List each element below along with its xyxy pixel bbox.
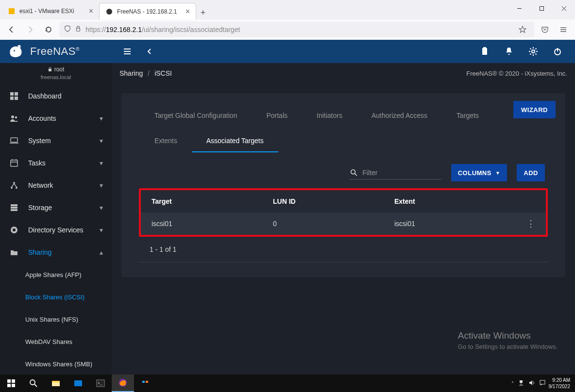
tab-target-global-config[interactable]: Target Global Configuration [140,107,252,127]
window-minimize-button[interactable] [508,0,530,16]
svg-point-34 [16,187,17,189]
table-toolbar: COLUMNS▼ ADD [139,164,548,188]
taskbar: >_ ˄ 9:20 AM 9/17/2022 [0,375,575,392]
sidebar-item-nfs[interactable]: Unix Shares (NFS) [0,308,112,330]
pocket-icon[interactable] [537,22,553,37]
svg-rect-19 [49,69,51,71]
gear-icon[interactable] [524,43,542,60]
collapse-sidebar-button[interactable] [140,42,159,61]
tab-close-icon[interactable]: × [89,7,93,16]
sidebar-item-dashboard[interactable]: Dashboard [0,85,112,107]
menu-icon[interactable] [556,22,571,37]
chevron-down-icon: ▾ [100,114,103,122]
tab-targets[interactable]: Targets [442,107,493,127]
table-header: Target LUN ID Extent [141,190,546,212]
sidebar-item-sharing[interactable]: Sharing ▴ [0,241,112,263]
tab-close-icon[interactable]: × [186,7,190,16]
svg-rect-20 [10,92,14,96]
svg-point-16 [532,50,535,53]
browser-tab-esxi[interactable]: esxi1 - VMware ESXi × [2,3,99,19]
nav-forward-button[interactable] [22,22,38,37]
svg-rect-36 [11,207,17,209]
laptop-icon [9,136,19,145]
taskbar-explorer-icon[interactable] [45,375,67,392]
browser-tab-freenas[interactable]: FreeNAS - 192.168.2.1 × [99,3,196,19]
url-bar[interactable]: https://192.168.2.1/ui/sharing/iscsi/ass… [59,22,534,37]
tab-strip: esxi1 - VMware ESXi × FreeNAS - 192.168.… [0,0,575,19]
th-target[interactable]: Target [141,197,262,205]
menu-toggle-button[interactable] [118,42,137,61]
app-header: FreeNAS® [0,40,575,63]
sidebar: root freenas.local Dashboard Accounts ▾ … [0,63,112,375]
add-button[interactable]: ADD [517,164,545,181]
taskbar-app-icon[interactable] [67,375,89,392]
tabs-row-1: Target Global Configuration Portals Init… [132,103,555,127]
start-button[interactable] [0,375,22,392]
logo[interactable]: FreeNAS® [0,40,112,63]
nav-reload-button[interactable] [41,22,56,37]
taskbar-vmrc-icon[interactable] [134,375,156,392]
user-info: root freenas.local [0,63,112,85]
clipboard-icon[interactable] [476,43,493,60]
svg-rect-35 [11,204,17,206]
tray-notifications-icon[interactable] [539,379,546,387]
sidebar-item-smb[interactable]: Windows Shares (SMB) [0,353,112,375]
filter-input[interactable] [362,169,440,177]
breadcrumb-a[interactable]: Sharing [119,69,143,77]
svg-point-33 [11,187,13,189]
taskbar-firefox-icon[interactable] [112,375,134,392]
tab-extents[interactable]: Extents [140,132,192,152]
svg-point-32 [13,182,15,184]
sidebar-item-iscsi[interactable]: Block Shares (iSCSI) [0,286,112,308]
window-close-button[interactable] [553,0,575,16]
sidebar-item-storage[interactable]: Storage ▾ [0,196,112,219]
tray-chevron-up-icon[interactable]: ˄ [511,381,514,386]
sidebar-item-directory-services[interactable]: Directory Services ▾ [0,219,112,241]
url-text: https://192.168.2.1/ui/sharing/iscsi/ass… [85,26,512,33]
tab-favicon-esxi [8,7,16,15]
browser-chrome: esxi1 - VMware ESXi × FreeNAS - 192.168.… [0,0,575,40]
iscsi-card: WIZARD Target Global Configuration Porta… [121,93,565,277]
sidebar-item-accounts[interactable]: Accounts ▾ [0,107,112,130]
taskbar-terminal-icon[interactable]: >_ [89,375,112,392]
td-target: iscsi01 [141,220,262,228]
svg-rect-15 [483,47,486,49]
tab-initiators[interactable]: Initiators [302,107,357,127]
sidebar-item-webdav[interactable]: WebDAV Shares [0,330,112,353]
svg-rect-0 [9,8,15,14]
chevron-down-icon: ▾ [100,137,103,145]
row-more-icon[interactable]: ⋮ [526,219,535,229]
th-lun[interactable]: LUN ID [262,197,384,205]
bell-icon[interactable] [500,43,518,60]
taskbar-clock[interactable]: 9:20 AM 9/17/2022 [549,377,571,390]
power-icon[interactable] [549,43,566,60]
system-tray[interactable]: ˄ [511,379,546,387]
sidebar-item-network[interactable]: Network ▾ [0,174,112,196]
taskbar-search-icon[interactable] [22,375,45,392]
tray-volume-icon[interactable] [528,379,535,387]
tray-network-icon[interactable] [518,379,524,387]
sidebar-item-system[interactable]: System ▾ [0,130,112,152]
new-tab-button[interactable]: + [196,6,210,19]
wizard-button[interactable]: WIZARD [513,101,556,118]
sidebar-item-tasks[interactable]: Tasks ▾ [0,152,112,174]
svg-point-40 [351,169,355,174]
sidebar-item-afp[interactable]: Apple Shares (AFP) [0,263,112,286]
nav-back-button[interactable] [4,22,19,37]
columns-button[interactable]: COLUMNS▼ [451,164,507,181]
tab-favicon-freenas [105,8,113,16]
window-maximize-button[interactable] [530,0,553,16]
filter-input-wrap[interactable] [349,166,441,180]
th-extent[interactable]: Extent [384,197,512,205]
copyright-text: FreeNAS® © 2020 - iXsystems, Inc. [466,70,567,77]
app-root: FreeNAS® root freenas.local Dashboard [0,40,575,375]
tab-portals[interactable]: Portals [252,107,302,127]
breadcrumb-b[interactable]: iSCSI [154,69,172,77]
table-row[interactable]: iscsi01 0 iscsi01 ⋮ [141,212,546,235]
svg-rect-44 [7,384,11,387]
breadcrumb: Sharing / iSCSI FreeNAS® © 2020 - iXsyst… [112,63,575,83]
tab-authorized-access[interactable]: Authorized Access [357,107,442,127]
bookmark-icon[interactable] [516,23,529,36]
svg-rect-60 [540,380,545,384]
tab-associated-targets[interactable]: Associated Targets [192,132,278,152]
